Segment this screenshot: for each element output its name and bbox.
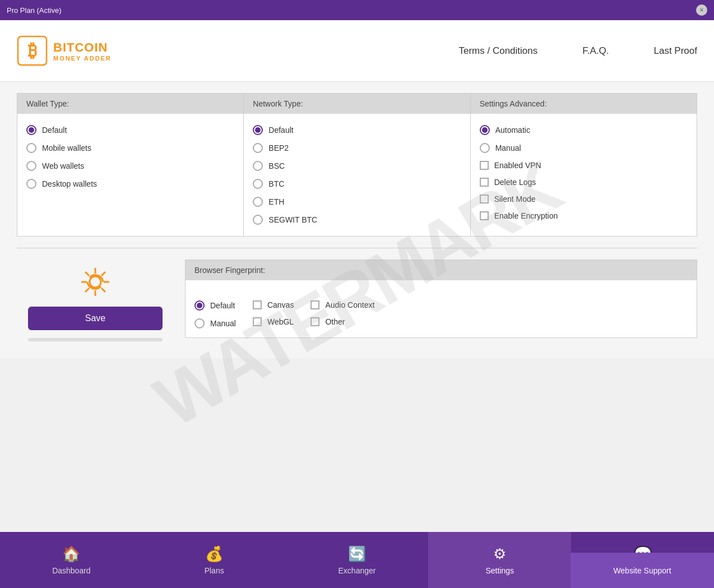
fp-canvas-checkbox[interactable] xyxy=(253,300,262,309)
wallet-desktop[interactable]: Desktop wallets xyxy=(26,179,234,189)
nav-lastproof[interactable]: Last Proof xyxy=(654,45,698,57)
wallet-type-panel: Wallet Type: Default Mobile wallets Web … xyxy=(17,94,244,236)
nav-tab-plans-label: Plans xyxy=(205,566,224,575)
svg-line-10 xyxy=(85,288,89,292)
logo-text: BITCOIN MONEY ADDER xyxy=(53,40,112,62)
nav-tab-settings-label: Settings xyxy=(485,566,514,575)
progress-bar xyxy=(28,338,163,341)
section-divider xyxy=(17,248,697,248)
logo-sub: MONEY ADDER xyxy=(53,55,112,62)
network-btc[interactable]: BTC xyxy=(253,179,461,189)
logo-bitcoin: BITCOIN xyxy=(53,40,112,55)
svg-line-7 xyxy=(85,272,89,276)
fp-webgl[interactable]: WebGL xyxy=(253,317,294,326)
nav-terms[interactable]: Terms / Conditions xyxy=(458,45,537,57)
wallet-desktop-radio[interactable] xyxy=(26,179,36,189)
settings-advanced-body: Automatic Manual Enabled VPN Delete Logs xyxy=(471,125,697,232)
bitcoin-logo-icon: ₿ xyxy=(17,35,48,66)
plans-icon: 💰 xyxy=(205,545,223,563)
settings-silent-mode[interactable]: Silent Mode xyxy=(480,195,688,203)
svg-line-9 xyxy=(101,272,105,276)
settings-automatic[interactable]: Automatic xyxy=(480,125,688,135)
fp-manual-radio[interactable] xyxy=(194,318,205,328)
settings-vpn[interactable]: Enabled VPN xyxy=(480,161,688,170)
fp-audio-context[interactable]: Audio Context xyxy=(310,300,374,309)
settings-delete-logs-checkbox[interactable] xyxy=(480,178,489,187)
nav-faq[interactable]: F.A.Q. xyxy=(582,45,609,57)
settings-encryption-checkbox[interactable] xyxy=(480,211,489,220)
wallet-type-radio-group: Default Mobile wallets Web wallets Deskt… xyxy=(26,125,234,189)
fp-webgl-checkbox[interactable] xyxy=(253,317,262,326)
svg-point-2 xyxy=(90,276,101,288)
network-bsc-radio[interactable] xyxy=(253,161,263,171)
wallet-default-radio[interactable] xyxy=(26,125,36,135)
network-eth-radio[interactable] xyxy=(253,197,263,207)
network-eth[interactable]: ETH xyxy=(253,197,461,207)
wallet-web-radio[interactable] xyxy=(26,161,36,171)
wallet-default[interactable]: Default xyxy=(26,125,234,135)
settings-manual[interactable]: Manual xyxy=(480,143,688,153)
settings-gear-icon xyxy=(78,265,112,299)
fp-checkbox-col1: Canvas WebGL xyxy=(253,300,294,326)
browser-fingerprint-header: Browser Fingerprint: xyxy=(186,260,697,280)
fp-radio-col: Default Manual xyxy=(194,300,236,328)
browser-fingerprint-panel: Browser Fingerprint: Default Manual xyxy=(185,260,697,338)
nav-tab-dashboard-label: Dashboard xyxy=(52,566,91,575)
nav-tab-exchanger-label: Exchanger xyxy=(339,566,376,575)
network-btc-radio[interactable] xyxy=(253,179,263,189)
fp-canvas[interactable]: Canvas xyxy=(253,300,294,309)
wallet-type-header: Wallet Type: xyxy=(17,94,243,114)
settings-delete-logs[interactable]: Delete Logs xyxy=(480,178,688,187)
settings-icon: ⚙ xyxy=(493,545,506,563)
settings-encryption[interactable]: Enable Encryption xyxy=(480,211,688,220)
website-support-label[interactable]: Website Support xyxy=(571,553,714,588)
fp-manual[interactable]: Manual xyxy=(194,318,236,328)
network-segwit-radio[interactable] xyxy=(253,215,263,225)
settings-automatic-radio[interactable] xyxy=(480,125,490,135)
save-button[interactable]: Save xyxy=(28,307,163,330)
fp-other[interactable]: Other xyxy=(310,317,374,326)
save-area: Save xyxy=(17,260,185,347)
network-default[interactable]: Default xyxy=(253,125,461,135)
title-bar: Pro Plan (Active) × xyxy=(0,0,714,20)
fp-options: Default Manual Canvas xyxy=(194,300,688,328)
svg-text:₿: ₿ xyxy=(28,40,37,61)
fp-checkbox-col2: Audio Context Other xyxy=(310,300,374,326)
network-type-body: Default BEP2 BSC BTC xyxy=(244,125,470,236)
settings-silent-mode-checkbox[interactable] xyxy=(480,195,489,203)
wallet-type-body: Default Mobile wallets Web wallets Deskt… xyxy=(17,125,243,200)
fp-audio-context-checkbox[interactable] xyxy=(310,300,319,309)
settings-radio-group: Automatic Manual Enabled VPN Delete Logs xyxy=(480,125,688,220)
svg-line-8 xyxy=(101,288,105,292)
nav-tab-plans[interactable]: 💰 Plans xyxy=(143,532,286,588)
bottom-section: Save Browser Fingerprint: Default Ma xyxy=(17,260,697,347)
nav-tab-dashboard[interactable]: 🏠 Dashboard xyxy=(0,532,143,588)
settings-advanced-panel: Settings Advanced: Automatic Manual Enab… xyxy=(471,94,697,236)
close-button[interactable]: × xyxy=(696,4,707,16)
network-bep2-radio[interactable] xyxy=(253,143,263,153)
settings-manual-radio[interactable] xyxy=(480,143,490,153)
nav-tab-settings[interactable]: ⚙ Settings xyxy=(428,532,571,588)
settings-vpn-checkbox[interactable] xyxy=(480,161,489,170)
network-type-radio-group: Default BEP2 BSC BTC xyxy=(253,125,461,225)
header-nav: Terms / Conditions F.A.Q. Last Proof xyxy=(129,45,697,57)
settings-advanced-header: Settings Advanced: xyxy=(471,94,697,114)
wallet-web[interactable]: Web wallets xyxy=(26,161,234,171)
main-content: Wallet Type: Default Mobile wallets Web … xyxy=(0,82,714,358)
header: ₿ BITCOIN MONEY ADDER Terms / Conditions… xyxy=(0,20,714,82)
network-bep2[interactable]: BEP2 xyxy=(253,143,461,153)
nav-tab-exchanger[interactable]: 🔄 Exchanger xyxy=(286,532,429,588)
network-segwit[interactable]: SEGWIT BTC xyxy=(253,215,461,225)
logo-area: ₿ BITCOIN MONEY ADDER xyxy=(17,35,129,66)
fp-other-checkbox[interactable] xyxy=(310,317,319,326)
wallet-mobile[interactable]: Mobile wallets xyxy=(26,143,234,153)
panels-row: Wallet Type: Default Mobile wallets Web … xyxy=(17,93,697,237)
exchanger-icon: 🔄 xyxy=(348,545,366,563)
dashboard-icon: 🏠 xyxy=(62,545,80,563)
fp-default[interactable]: Default xyxy=(194,300,236,311)
fp-default-radio[interactable] xyxy=(194,300,205,311)
browser-fingerprint-body: Default Manual Canvas xyxy=(186,291,697,337)
wallet-mobile-radio[interactable] xyxy=(26,143,36,153)
network-bsc[interactable]: BSC xyxy=(253,161,461,171)
network-default-radio[interactable] xyxy=(253,125,263,135)
